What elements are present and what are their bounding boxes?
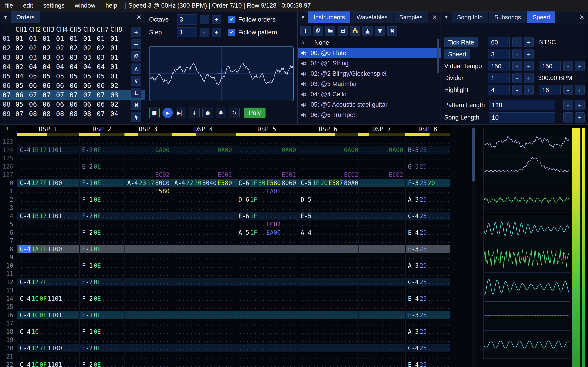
order-cell[interactable]: 02: [110, 100, 124, 109]
order-cell[interactable]: 03: [110, 90, 124, 100]
order-cell[interactable]: 04: [69, 62, 83, 72]
pattern-cell[interactable]: ...........: [405, 253, 450, 261]
order-cell[interactable]: 04: [83, 62, 97, 72]
pattern-cell[interactable]: D-5............: [298, 195, 358, 204]
order-cell[interactable]: 07: [15, 109, 29, 119]
channel-header-dsp-8[interactable]: DSP 8: [405, 125, 450, 136]
tab-subsongs[interactable]: Subsongs: [489, 11, 527, 23]
pattern-cell[interactable]: ...............: [298, 261, 358, 270]
pattern-cell[interactable]: E-5............: [298, 212, 358, 220]
pattern-cell[interactable]: ...............: [236, 278, 298, 286]
highlight-first-input[interactable]: 4: [488, 85, 510, 95]
pattern-cell[interactable]: ...............: [236, 204, 298, 212]
highlight-first-decrease-button[interactable]: -: [512, 85, 522, 95]
pattern-cell[interactable]: ...............: [298, 311, 358, 319]
pattern-cell[interactable]: ...........EC02: [172, 171, 236, 179]
pattern-cell[interactable]: F-32520....: [405, 179, 450, 187]
pattern-cell[interactable]: C-41C0F1101....: [17, 361, 79, 367]
duplicate-order-end-button[interactable]: ⇊: [131, 88, 141, 98]
pattern-cell[interactable]: ...........: [358, 138, 405, 146]
duplicate-order-button[interactable]: [131, 51, 141, 61]
pattern-cell[interactable]: ...............: [298, 278, 358, 286]
tick-rate-decrease-button[interactable]: -: [512, 37, 522, 47]
order-cell[interactable]: 08: [56, 109, 69, 119]
order-edit-mode-button[interactable]: [131, 112, 141, 122]
pattern-cell[interactable]: ...............: [17, 171, 79, 179]
pattern-cell[interactable]: A-325......: [405, 195, 450, 204]
pattern-cell[interactable]: ...............: [298, 245, 358, 253]
close-icon[interactable]: ✕: [133, 11, 145, 23]
poly-button[interactable]: Poly: [244, 108, 266, 118]
order-cell[interactable]: 04: [15, 72, 29, 81]
pattern-cell[interactable]: ...........: [79, 154, 124, 162]
pattern-cell[interactable]: ...........: [124, 352, 172, 361]
pattern-cell[interactable]: ...........: [124, 220, 172, 228]
pattern-cell[interactable]: ...............: [172, 319, 236, 327]
pattern-cell[interactable]: ...............: [236, 261, 298, 270]
menu-settings[interactable]: settings: [38, 0, 69, 11]
order-cell[interactable]: 02: [110, 81, 124, 90]
highlight-second-input[interactable]: 16: [539, 85, 561, 95]
record-button[interactable]: ●: [202, 108, 213, 118]
pattern-cell[interactable]: A-422208040E580: [172, 179, 236, 187]
pattern-cell[interactable]: .......EC02....: [236, 220, 298, 228]
pattern-cell[interactable]: ...........: [405, 270, 450, 278]
order-cell[interactable]: 05: [83, 72, 97, 81]
repeat-button[interactable]: ↻: [229, 108, 240, 118]
divider-increase-button[interactable]: +: [524, 73, 534, 83]
pattern-cell[interactable]: .......0A00: [358, 146, 405, 154]
pattern-cell[interactable]: ...........: [405, 171, 450, 179]
pattern-cell[interactable]: ...........0A00: [236, 146, 298, 154]
order-cell[interactable]: 02: [56, 43, 69, 53]
order-cell[interactable]: 01: [110, 72, 124, 81]
pattern-cell[interactable]: ...........: [79, 253, 124, 261]
pattern-cell[interactable]: C-41B171101....: [17, 146, 79, 154]
instrument-list-item[interactable]: 05: @5 Acoustic steel guitar: [298, 100, 441, 110]
pattern-length-decrease-button[interactable]: -: [563, 100, 573, 110]
pattern-cell[interactable]: ...............: [298, 286, 358, 294]
order-cell[interactable]: 01: [43, 34, 56, 43]
remove-order-button[interactable]: −: [131, 39, 141, 49]
pattern-cell[interactable]: ...............: [298, 352, 358, 361]
pattern-cell[interactable]: C-41C..........: [17, 327, 79, 336]
pattern-cell[interactable]: ...........: [358, 303, 405, 311]
pattern-cell[interactable]: .......EA01....: [236, 187, 298, 195]
pattern-cell[interactable]: ...............: [298, 187, 358, 195]
pattern-cell[interactable]: ...............: [298, 344, 358, 352]
move-instrument-up-button[interactable]: ▲: [363, 26, 372, 36]
instrument-folders-button[interactable]: [350, 26, 360, 36]
pattern-cell[interactable]: ...............: [298, 154, 358, 162]
speed-input[interactable]: 3: [488, 49, 510, 59]
pattern-cell[interactable]: ...............: [172, 245, 236, 253]
tick-rate-label[interactable]: Tick Rate: [444, 37, 478, 47]
pattern-cell[interactable]: F-20E......: [79, 294, 124, 303]
order-cell[interactable]: 01: [110, 62, 124, 72]
pattern-cell[interactable]: ...............: [172, 352, 236, 361]
pattern-cell[interactable]: ...........: [79, 270, 124, 278]
pattern-cell[interactable]: ...............: [298, 204, 358, 212]
tick-rate-increase-button[interactable]: +: [524, 37, 534, 47]
order-cell[interactable]: 08: [29, 109, 43, 119]
pattern-cell[interactable]: ...........: [405, 138, 450, 146]
pattern-cell[interactable]: ...............: [172, 212, 236, 220]
pattern-cell[interactable]: A-4231780C0: [124, 179, 172, 187]
pattern-cell[interactable]: ...............: [17, 162, 79, 171]
pattern-cell[interactable]: F-20E......: [79, 228, 124, 237]
pattern-cell[interactable]: ...........: [358, 154, 405, 162]
song-length-input[interactable]: 10: [489, 112, 555, 123]
pattern-cell[interactable]: ...............: [172, 261, 236, 270]
pattern-cell[interactable]: E-61F..........: [236, 212, 298, 220]
pattern-cell[interactable]: ...........: [124, 361, 172, 367]
pattern-cell[interactable]: ...........: [79, 171, 124, 179]
pattern-cell[interactable]: ...........: [124, 228, 172, 237]
order-cell[interactable]: 02: [15, 62, 29, 72]
pattern-cell[interactable]: ...........: [124, 344, 172, 352]
pattern-cell[interactable]: ...............: [298, 220, 358, 228]
window-menu-icon[interactable]: ▼: [441, 11, 451, 23]
pattern-cell[interactable]: F-20E......: [79, 278, 124, 286]
pattern-cell[interactable]: ...............: [172, 361, 236, 367]
pattern-cell[interactable]: ...........: [358, 286, 405, 294]
pattern-cell[interactable]: ...........: [124, 311, 172, 319]
step-play-button[interactable]: ↓: [189, 108, 199, 118]
pattern-cell[interactable]: ...............: [17, 352, 79, 361]
